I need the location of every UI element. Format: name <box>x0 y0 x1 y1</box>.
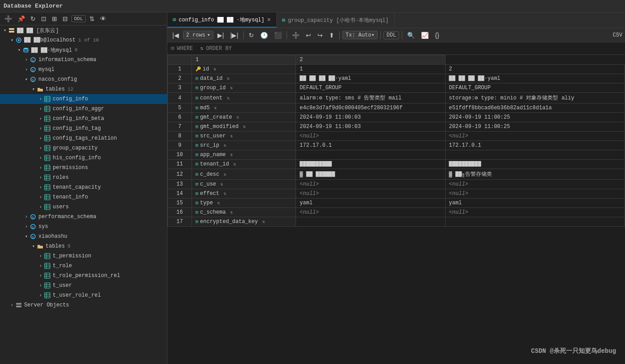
cell-gmt_create-col2[interactable]: 2024-09-19 11:00:25 <box>445 113 625 122</box>
cell-c_desc-col2[interactable]: ▓ ██╗告警存储类 <box>445 169 625 180</box>
sort-btn-src_ip[interactable]: ⇅ <box>221 143 226 148</box>
cell-src_user-col2[interactable]: <null> <box>445 132 625 141</box>
cell-group_id-col1[interactable]: DEFAULT_GROUP <box>296 83 445 93</box>
tree-item-config_tags_relation[interactable]: config_tags_relation <box>0 133 167 143</box>
tree-item-users[interactable]: users <box>0 202 167 212</box>
grid-btn[interactable]: ⊞ <box>50 14 59 23</box>
tree-item-information_schema[interactable]: Sinformation_schema <box>0 55 167 65</box>
table-row[interactable]: 10⊞app_name ⇅ <box>168 150 625 160</box>
tx-indicator[interactable]: Tx: Auto ▾ <box>342 31 378 39</box>
first-btn[interactable]: |◀ <box>170 31 181 40</box>
cell-app_name-col1[interactable] <box>296 150 445 160</box>
cell-c_schema-col2[interactable]: <null> <box>445 208 625 217</box>
cell-id-col2[interactable]: 2 <box>445 65 625 74</box>
cell-data_id-col2[interactable]: ██ ██ ██ ██·yaml <box>445 74 625 83</box>
table-row[interactable]: 1🔑id ⇅12 <box>168 65 625 74</box>
tree-item-mysql[interactable]: Smysql <box>0 65 167 74</box>
table-row[interactable]: 13⊞c_use ⇅<null><null> <box>168 180 625 189</box>
table-btn[interactable]: ⊟ <box>61 14 70 23</box>
cell-c_schema-col1[interactable]: <null> <box>296 208 445 217</box>
tab-group-capacity[interactable]: ⊞ group_capacity [小哈书·本地mysql] <box>277 12 395 28</box>
sort-btn-tenant_id[interactable]: ⇅ <box>231 162 236 167</box>
sort-btn-c_schema[interactable]: ⇅ <box>228 210 233 215</box>
sort-btn[interactable]: ⇅ <box>88 14 96 23</box>
table-row[interactable]: 11⊞tenant_id ⇅████████████████████ <box>168 160 625 169</box>
cell-data_id-col1[interactable]: ██ ██ ██ ██·yaml <box>296 74 445 83</box>
tree-item-roles[interactable]: roles <box>0 173 167 182</box>
tree-item-config_info_aggr[interactable]: config_info_aggr <box>0 104 167 114</box>
tree-item-tenant_capacity[interactable]: tenant_capacity <box>0 182 167 192</box>
tree-item-t_permission[interactable]: t_permission <box>0 251 167 261</box>
cell-encrypted_data_key-col2[interactable] <box>445 217 625 227</box>
sort-btn-c_desc[interactable]: ⇅ <box>221 172 226 177</box>
tab-config-info-close[interactable]: ✕ <box>267 17 271 23</box>
sort-btn-c_use[interactable]: ⇅ <box>218 182 223 187</box>
tree-item-performance_schema[interactable]: Sperformance_schema <box>0 212 167 222</box>
cell-c_use-col2[interactable]: <null> <box>445 180 625 189</box>
tab-config-info[interactable]: ⊞ config_info ██ ██ ·地mysql] ✕ <box>167 12 277 28</box>
cell-tenant_id-col2[interactable]: ██████████ <box>445 160 625 169</box>
redo-btn[interactable]: ↪ <box>315 31 325 40</box>
sort-btn-group_id[interactable]: ⇅ <box>228 86 233 91</box>
table-row[interactable]: 17⊞encrypted_data_key ⇅ <box>168 217 625 227</box>
tree-item-sys[interactable]: Ssys <box>0 222 167 232</box>
cell-encrypted_data_key-col1[interactable] <box>296 217 445 227</box>
cell-content-col2[interactable]: storage:⚙ type: minio # 对象存储类型 aliy <box>445 93 625 103</box>
cell-app_name-col2[interactable] <box>445 150 625 160</box>
table-row[interactable]: 6⊞gmt_create ⇅2024-09-19 11:00:032024-09… <box>168 113 625 122</box>
tree-item-xiaohashu[interactable]: Sxiaohashu <box>0 232 167 241</box>
table-row[interactable]: 12⊞c_desc ⇅▓ ██ ██████▓ ██╗告警存储类 <box>168 169 625 180</box>
eye-btn[interactable]: 👁 <box>98 14 108 23</box>
tree-item-t_role[interactable]: t_role <box>0 261 167 271</box>
filter-btn[interactable]: ⊡ <box>39 14 48 23</box>
tree-item-tables_folder[interactable]: tables12 <box>0 84 167 94</box>
cell-src_user-col1[interactable]: <null> <box>296 132 445 141</box>
cell-type-col1[interactable]: yaml <box>296 199 445 208</box>
tree-item-server_objects[interactable]: Server Objects <box>0 300 167 310</box>
tree-item-group_capacity[interactable]: group_capacity <box>0 143 167 153</box>
sort-btn-gmt_create[interactable]: ⇅ <box>234 115 239 120</box>
cell-c_use-col1[interactable]: <null> <box>296 180 445 189</box>
cell-type-col2[interactable]: yaml <box>445 199 625 208</box>
last-btn[interactable]: |▶| <box>228 31 241 40</box>
table-row[interactable]: 8⊞src_user ⇅<null><null> <box>168 132 625 141</box>
table-row[interactable]: 2⊞data_id ⇅██ ██ ██ ██·yaml██ ██ ██ ██·y… <box>168 74 625 83</box>
sort-btn-data_id[interactable]: ⇅ <box>224 76 229 81</box>
sort-btn-id[interactable]: ⇅ <box>211 67 216 72</box>
pin-btn[interactable]: 📌 <box>16 14 27 23</box>
add-btn[interactable]: ➕ <box>3 14 14 23</box>
cell-gmt_modified-col1[interactable]: 2024-09-19 11:00:03 <box>296 122 445 132</box>
cell-md5-col1[interactable]: e4c8e3d7af9d0c000405ecf28032196f <box>296 103 445 113</box>
table-row[interactable]: 4⊞content ⇅alarm:⚙ type: sms # 告警类型 mail… <box>168 93 625 103</box>
history-btn[interactable]: 🕐 <box>258 31 270 40</box>
tree-item-host1[interactable]: ██ ██b@localhost1 of 10 <box>0 35 167 45</box>
sort-btn-app_name[interactable]: ⇅ <box>228 153 233 157</box>
tree-item-config_info_tag[interactable]: config_info_tag <box>0 124 167 133</box>
cell-src_ip-col1[interactable]: 172.17.0.1 <box>296 141 445 150</box>
tree-item-config_info_beta[interactable]: config_info_beta <box>0 114 167 124</box>
rows-indicator[interactable]: 2 rows ▾ <box>183 31 213 39</box>
table-row[interactable]: 14⊞effect ⇅<null><null> <box>168 189 625 199</box>
ddl-sidebar-btn[interactable]: DDL <box>71 15 86 22</box>
tree-item-tenant_info[interactable]: tenant_info <box>0 192 167 202</box>
tree-item-nacos_config[interactable]: Snacos_config <box>0 74 167 84</box>
tree-item-t_user_role_rel[interactable]: t_user_role_rel <box>0 290 167 300</box>
tree-item-config_info[interactable]: config_info <box>0 94 167 104</box>
table-row[interactable]: 15⊞type ⇅yamlyaml <box>168 199 625 208</box>
table-row[interactable]: 5⊞md5 ⇅e4c8e3d7af9d0c000405ecf28032196fe… <box>168 103 625 113</box>
tree-item-his_config_info[interactable]: his_config_info <box>0 153 167 163</box>
export-btn[interactable]: ⬆ <box>327 31 337 40</box>
cell-tenant_id-col1[interactable]: ██████████ <box>296 160 445 169</box>
refresh-data-btn[interactable]: ↻ <box>246 31 256 40</box>
col-header-1[interactable]: 1 <box>192 55 296 65</box>
sort-btn-gmt_modified[interactable]: ⇅ <box>240 124 246 129</box>
refresh-btn[interactable]: ↻ <box>29 14 38 23</box>
sort-btn-md5[interactable]: ⇅ <box>212 106 217 111</box>
cell-id-col1[interactable]: 1 <box>296 65 445 74</box>
cell-effect-col1[interactable]: <null> <box>296 189 445 199</box>
undo-btn[interactable]: ↩ <box>304 31 313 40</box>
table-row[interactable]: 7⊞gmt_modified ⇅2024-09-19 11:00:032024-… <box>168 122 625 132</box>
next-btn[interactable]: ▶| <box>215 31 226 40</box>
cell-src_ip-col2[interactable]: 172.17.0.1 <box>445 141 625 150</box>
sort-btn-encrypted_data_key[interactable]: ⇅ <box>260 219 265 224</box>
